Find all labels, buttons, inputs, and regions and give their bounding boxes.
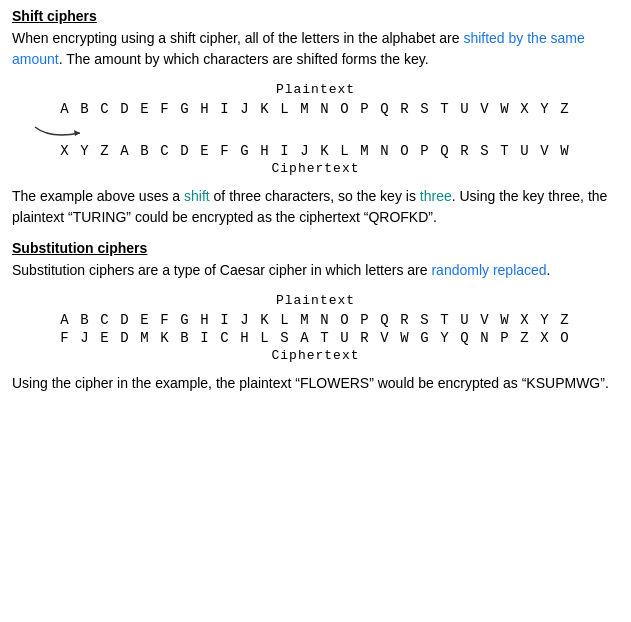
sub-plaintext-row: ABCDEFGHIJKLMNOPQRSTUVWXYZ: [12, 312, 619, 328]
cipher-cell: Z: [96, 143, 116, 159]
cipher-cell: U: [516, 143, 536, 159]
cipher-cell: X: [536, 330, 556, 346]
cipher-cell: Y: [536, 101, 556, 117]
cipher-cell: H: [256, 143, 276, 159]
cipher-cell: X: [516, 312, 536, 328]
cipher-cell: O: [336, 101, 356, 117]
cipher-cell: F: [156, 312, 176, 328]
cipher-cell: M: [136, 330, 156, 346]
cipher-cell: A: [116, 143, 136, 159]
sub-intro-text2: .: [547, 262, 551, 278]
cipher-cell: V: [476, 312, 496, 328]
shift-plaintext-label: Plaintext: [12, 82, 619, 97]
sub-explanation: Using the cipher in the example, the pla…: [12, 373, 619, 394]
cipher-cell: Q: [376, 312, 396, 328]
cipher-cell: U: [456, 312, 476, 328]
cipher-cell: U: [456, 101, 476, 117]
cipher-cell: G: [176, 101, 196, 117]
cipher-cell: B: [176, 330, 196, 346]
cipher-cell: F: [56, 330, 76, 346]
cipher-cell: L: [336, 143, 356, 159]
cipher-cell: H: [196, 312, 216, 328]
cipher-cell: L: [276, 101, 296, 117]
cipher-cell: H: [196, 101, 216, 117]
cipher-cell: N: [316, 101, 336, 117]
cipher-cell: K: [156, 330, 176, 346]
cipher-cell: E: [136, 312, 156, 328]
cipher-cell: I: [216, 101, 236, 117]
shift-intro-text2: . The amount by which characters are shi…: [59, 51, 429, 67]
cipher-cell: Y: [76, 143, 96, 159]
shift-exp-text1: The example above uses a: [12, 188, 184, 204]
shift-plaintext-row: ABCDEFGHIJKLMNOPQRSTUVWXYZ: [12, 101, 619, 117]
cipher-cell: R: [396, 101, 416, 117]
substitution-ciphers-title: Substitution ciphers: [12, 240, 147, 256]
cipher-cell: R: [356, 330, 376, 346]
cipher-cell: J: [296, 143, 316, 159]
cipher-cell: E: [136, 101, 156, 117]
sub-ciphertext-row: FJEDMKBICHLSATURVWGYQNPZXO: [12, 330, 619, 346]
cipher-cell: B: [136, 143, 156, 159]
shift-arrow-icon: [30, 119, 100, 141]
cipher-cell: J: [76, 330, 96, 346]
cipher-cell: V: [476, 101, 496, 117]
shift-cipher-table: Plaintext ABCDEFGHIJKLMNOPQRSTUVWXYZ XYZ…: [12, 82, 619, 176]
cipher-cell: P: [356, 312, 376, 328]
cipher-cell: M: [296, 312, 316, 328]
cipher-cell: N: [476, 330, 496, 346]
cipher-cell: F: [156, 101, 176, 117]
cipher-cell: B: [76, 312, 96, 328]
cipher-cell: S: [416, 101, 436, 117]
randomly-replaced-link[interactable]: randomly replaced: [431, 262, 546, 278]
cipher-cell: B: [76, 101, 96, 117]
shift-arrow-container: [12, 119, 619, 141]
cipher-cell: O: [396, 143, 416, 159]
cipher-cell: Q: [376, 101, 396, 117]
cipher-cell: J: [236, 312, 256, 328]
cipher-cell: P: [416, 143, 436, 159]
cipher-cell: A: [56, 101, 76, 117]
cipher-cell: X: [56, 143, 76, 159]
shift-explanation: The example above uses a shift of three …: [12, 186, 619, 228]
cipher-cell: G: [236, 143, 256, 159]
cipher-cell: E: [96, 330, 116, 346]
shift-intro-text1: When encrypting using a shift cipher, al…: [12, 30, 463, 46]
cipher-cell: G: [416, 330, 436, 346]
cipher-cell: T: [436, 101, 456, 117]
sub-ciphertext-label: Ciphertext: [12, 348, 619, 363]
cipher-cell: D: [116, 101, 136, 117]
sub-intro-text1: Substitution ciphers are a type of Caesa…: [12, 262, 431, 278]
cipher-cell: J: [236, 101, 256, 117]
cipher-cell: P: [496, 330, 516, 346]
shift-link[interactable]: shift: [184, 188, 210, 204]
cipher-cell: V: [536, 143, 556, 159]
cipher-cell: P: [356, 101, 376, 117]
cipher-cell: H: [236, 330, 256, 346]
cipher-cell: D: [116, 312, 136, 328]
cipher-cell: R: [396, 312, 416, 328]
cipher-cell: R: [456, 143, 476, 159]
substitution-intro: Substitution ciphers are a type of Caesa…: [12, 260, 619, 281]
cipher-cell: C: [96, 101, 116, 117]
cipher-cell: K: [256, 312, 276, 328]
cipher-cell: Z: [556, 101, 576, 117]
cipher-cell: N: [316, 312, 336, 328]
cipher-cell: Q: [436, 143, 456, 159]
cipher-cell: I: [216, 312, 236, 328]
cipher-cell: Z: [516, 330, 536, 346]
cipher-cell: K: [316, 143, 336, 159]
cipher-cell: O: [556, 330, 576, 346]
sub-cipher-table: Plaintext ABCDEFGHIJKLMNOPQRSTUVWXYZ FJE…: [12, 293, 619, 363]
shift-ciphers-title: Shift ciphers: [12, 8, 97, 24]
cipher-cell: W: [496, 312, 516, 328]
cipher-cell: G: [176, 312, 196, 328]
cipher-cell: C: [156, 143, 176, 159]
three-link[interactable]: three: [420, 188, 452, 204]
cipher-cell: V: [376, 330, 396, 346]
cipher-cell: Q: [456, 330, 476, 346]
cipher-cell: W: [556, 143, 576, 159]
cipher-cell: N: [376, 143, 396, 159]
cipher-cell: Y: [436, 330, 456, 346]
cipher-cell: A: [296, 330, 316, 346]
shift-ciphertext-label: Ciphertext: [12, 161, 619, 176]
